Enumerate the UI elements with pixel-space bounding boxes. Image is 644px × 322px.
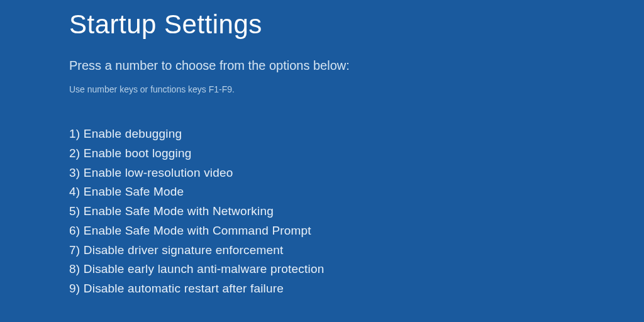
option-enable-safe-mode[interactable]: 4) Enable Safe Mode — [69, 182, 644, 202]
instruction-text: Press a number to choose from the option… — [69, 58, 644, 73]
option-enable-safe-mode-command-prompt[interactable]: 6) Enable Safe Mode with Command Prompt — [69, 221, 644, 241]
option-number: 7 — [69, 243, 76, 257]
option-number: 2 — [69, 147, 76, 160]
option-label: Disable automatic restart after failure — [84, 282, 284, 295]
option-label: Disable early launch anti-malware protec… — [84, 262, 325, 275]
option-number: 3 — [69, 166, 76, 179]
option-number: 9 — [69, 282, 76, 295]
option-enable-debugging[interactable]: 1) Enable debugging — [69, 125, 644, 144]
option-disable-driver-signature-enforcement[interactable]: 7) Disable driver signature enforcement — [69, 241, 644, 260]
hint-text: Use number keys or functions keys F1-F9. — [69, 84, 644, 94]
option-disable-early-launch-anti-malware[interactable]: 8) Disable early launch anti-malware pro… — [69, 260, 644, 279]
option-label: Enable low-resolution video — [84, 166, 233, 179]
option-number: 6 — [69, 224, 76, 237]
option-number: 4 — [69, 185, 76, 198]
option-enable-low-resolution-video[interactable]: 3) Enable low-resolution video — [69, 164, 644, 183]
option-label: Disable driver signature enforcement — [84, 243, 284, 257]
option-label: Enable debugging — [84, 127, 182, 140]
option-number: 8 — [69, 262, 76, 275]
options-list: 1) Enable debugging 2) Enable boot loggi… — [69, 125, 644, 299]
option-enable-safe-mode-networking[interactable]: 5) Enable Safe Mode with Networking — [69, 202, 644, 221]
option-number: 5 — [69, 204, 76, 218]
page-title: Startup Settings — [69, 9, 644, 40]
option-number: 1 — [69, 127, 76, 140]
option-label: Enable boot logging — [84, 147, 192, 160]
option-label: Enable Safe Mode with Networking — [84, 204, 274, 218]
option-enable-boot-logging[interactable]: 2) Enable boot logging — [69, 144, 644, 164]
option-label: Enable Safe Mode — [84, 185, 184, 198]
option-disable-automatic-restart[interactable]: 9) Disable automatic restart after failu… — [69, 279, 644, 299]
option-label: Enable Safe Mode with Command Prompt — [84, 224, 311, 237]
